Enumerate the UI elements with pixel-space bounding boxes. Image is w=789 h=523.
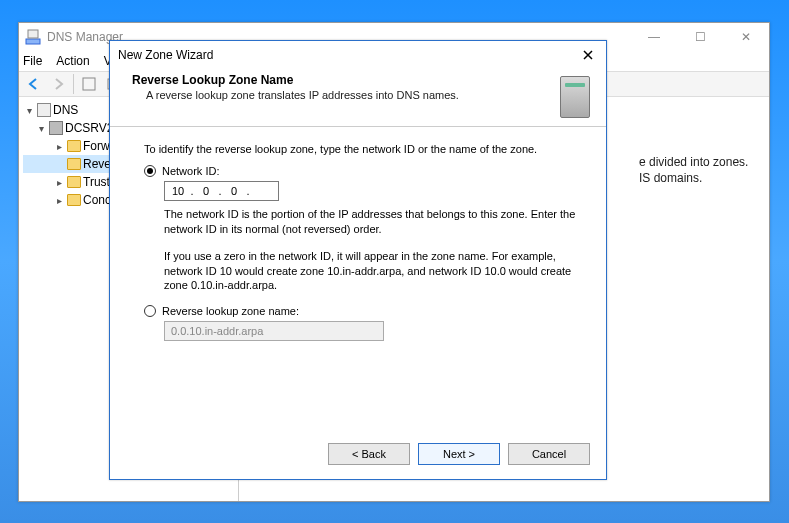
wizard-intro-text: To identify the reverse lookup zone, typ… <box>144 143 584 155</box>
octet-1[interactable]: 10 <box>169 185 187 197</box>
network-id-input[interactable]: 10 . 0 . 0 . <box>164 181 279 201</box>
close-button[interactable]: ✕ <box>723 23 769 51</box>
radio-zone-name[interactable]: Reverse lookup zone name: <box>144 305 584 317</box>
wizard-step-subtitle: A reverse lookup zone translates IP addr… <box>146 89 554 101</box>
octet-2[interactable]: 0 <box>197 185 215 197</box>
network-id-help-2: If you use a zero in the network ID, it … <box>164 249 584 294</box>
dot-separator: . <box>215 185 225 197</box>
menu-file[interactable]: File <box>23 54 42 68</box>
chevron-right-icon[interactable]: ▸ <box>53 195 65 206</box>
next-button[interactable]: Next > <box>418 443 500 465</box>
cut-icon[interactable] <box>78 73 100 95</box>
window-controls: — ☐ ✕ <box>631 23 769 51</box>
wizard-step-title: Reverse Lookup Zone Name <box>132 73 554 87</box>
wizard-buttons: < Back Next > Cancel <box>328 443 590 465</box>
octet-3[interactable]: 0 <box>225 185 243 197</box>
zone-name-input: 0.0.10.in-addr.arpa <box>164 321 384 341</box>
hint-text-1: e divided into zones. <box>639 155 748 169</box>
chevron-right-icon[interactable]: ▸ <box>53 177 65 188</box>
svg-rect-0 <box>26 39 40 44</box>
new-zone-wizard-dialog: New Zone Wizard Reverse Lookup Zone Name… <box>109 40 607 480</box>
folder-icon <box>67 194 81 206</box>
server-image <box>554 73 596 121</box>
radio-zone-name-label: Reverse lookup zone name: <box>162 305 299 317</box>
wizard-header: Reverse Lookup Zone Name A reverse looku… <box>110 69 606 127</box>
minimize-button[interactable]: — <box>631 23 677 51</box>
server-tower-icon <box>560 76 590 118</box>
folder-icon <box>67 140 81 152</box>
chevron-right-icon[interactable] <box>53 159 65 170</box>
dns-app-icon <box>25 29 41 45</box>
wizard-titlebar: New Zone Wizard <box>110 41 606 69</box>
folder-icon <box>67 158 81 170</box>
radio-icon[interactable] <box>144 165 156 177</box>
back-button[interactable]: < Back <box>328 443 410 465</box>
svg-rect-1 <box>28 30 38 38</box>
tree-item-label: Trust <box>83 175 110 189</box>
radio-network-id[interactable]: Network ID: <box>144 165 584 177</box>
menu-action[interactable]: Action <box>56 54 89 68</box>
radio-network-id-label: Network ID: <box>162 165 219 177</box>
tree-item-label: Reve <box>83 157 111 171</box>
svg-rect-2 <box>83 78 95 90</box>
dns-root-icon <box>37 103 51 117</box>
network-id-input-row: 10 . 0 . 0 . <box>164 181 584 201</box>
maximize-button[interactable]: ☐ <box>677 23 723 51</box>
tree-item-label: Conc <box>83 193 111 207</box>
forward-arrow-icon[interactable] <box>47 73 69 95</box>
folder-icon <box>67 176 81 188</box>
wizard-body: To identify the reverse lookup zone, typ… <box>110 127 606 341</box>
close-icon[interactable] <box>578 45 598 65</box>
radio-icon[interactable] <box>144 305 156 317</box>
zone-name-value: 0.0.10.in-addr.arpa <box>171 325 263 337</box>
hint-text-2: IS domains. <box>639 171 702 185</box>
dot-separator: . <box>187 185 197 197</box>
wizard-title: New Zone Wizard <box>118 48 578 62</box>
network-id-help-1: The network ID is the portion of the IP … <box>164 207 584 237</box>
cancel-button[interactable]: Cancel <box>508 443 590 465</box>
server-icon <box>49 121 63 135</box>
chevron-down-icon[interactable]: ▾ <box>35 123 47 134</box>
dot-separator: . <box>243 185 253 197</box>
chevron-down-icon[interactable]: ▾ <box>23 105 35 116</box>
back-arrow-icon[interactable] <box>23 73 45 95</box>
wizard-header-text: Reverse Lookup Zone Name A reverse looku… <box>132 73 554 126</box>
tree-root-label: DNS <box>53 103 78 117</box>
chevron-right-icon[interactable]: ▸ <box>53 141 65 152</box>
separator <box>73 74 74 94</box>
tree-item-label: Forw <box>83 139 110 153</box>
tree-server-label: DCSRV2 <box>65 121 113 135</box>
